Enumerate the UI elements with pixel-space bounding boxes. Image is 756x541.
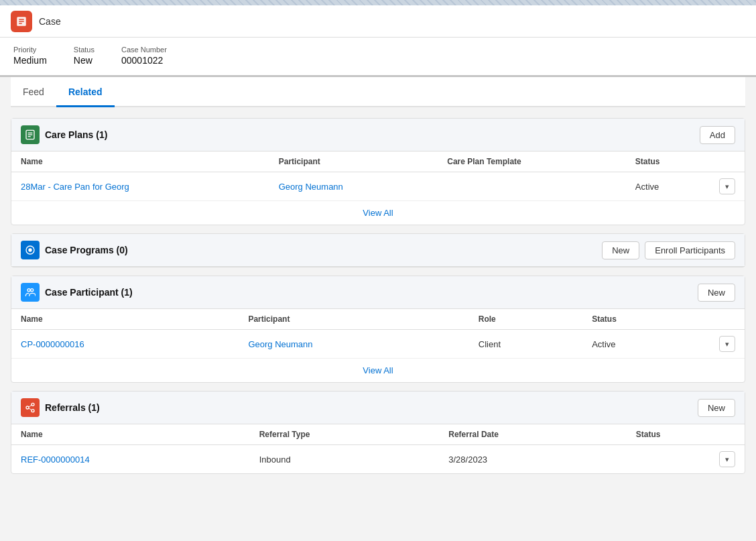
care-plan-participant-cell: Georg Neumann xyxy=(269,172,438,201)
svg-point-14 xyxy=(32,410,34,412)
cp-name-link[interactable]: CP-0000000016 xyxy=(21,339,84,349)
care-plans-header: Care Plans (1) Add xyxy=(11,119,745,152)
case-participant-header: Case Participant (1) New xyxy=(11,276,745,309)
referrals-table: Name Referral Type Referral Date Status … xyxy=(11,424,745,473)
care-plan-row-dropdown[interactable]: ▾ xyxy=(719,178,735,194)
care-plans-col-participant: Participant xyxy=(269,152,438,172)
cp-role-cell: Client xyxy=(469,330,582,359)
referrals-header: Referrals (1) New xyxy=(11,392,745,424)
table-row: REF-0000000014 Inbound 3/28/2023 ▾ xyxy=(11,445,745,474)
case-participant-view-all-link[interactable]: View All xyxy=(363,365,393,375)
ref-type-cell: Inbound xyxy=(250,445,440,474)
case-participant-section: Case Participant (1) New Name Participan… xyxy=(11,276,745,383)
case-participant-header-left: Case Participant (1) xyxy=(21,283,133,302)
cp-name-cell: CP-0000000016 xyxy=(11,330,239,359)
care-plans-view-all-row: View All xyxy=(11,200,745,225)
case-participant-title: Case Participant (1) xyxy=(45,287,133,298)
ref-name-link[interactable]: REF-0000000014 xyxy=(21,455,90,465)
svg-point-12 xyxy=(26,406,29,409)
status-value: New xyxy=(74,55,94,66)
svg-point-9 xyxy=(28,248,32,251)
referrals-actions: New xyxy=(698,399,735,417)
case-programs-section: Case Programs (0) New Enroll Participant… xyxy=(11,233,745,267)
svg-rect-3 xyxy=(19,23,22,24)
svg-line-16 xyxy=(29,408,32,410)
cp-participant-cell: Georg Neumann xyxy=(239,330,468,359)
cp-col-status: Status xyxy=(582,309,745,330)
svg-point-10 xyxy=(27,289,30,292)
care-plan-name-link[interactable]: 28Mar - Care Pan for Georg xyxy=(21,182,129,192)
case-participant-table: Name Participant Role Status CP-00000000… xyxy=(11,309,745,358)
case-number-label: Case Number xyxy=(121,46,167,54)
tab-related[interactable]: Related xyxy=(56,77,115,107)
ref-date-cell: 3/28/2023 xyxy=(439,445,627,474)
care-plans-table-header-row: Name Participant Care Plan Template Stat… xyxy=(11,152,745,172)
case-programs-actions: New Enroll Participants xyxy=(602,241,735,259)
priority-field: Priority Medium xyxy=(13,46,47,66)
referrals-section: Referrals (1) New Name Referral Type Ref… xyxy=(11,391,745,474)
referrals-icon xyxy=(21,398,40,417)
ref-col-name: Name xyxy=(11,424,250,445)
cp-participant-link[interactable]: Georg Neumann xyxy=(248,339,312,349)
referrals-table-header-row: Name Referral Type Referral Date Status xyxy=(11,424,745,445)
cp-status-value: Active xyxy=(592,339,615,349)
cp-row-dropdown[interactable]: ▾ xyxy=(719,336,735,352)
priority-label: Priority xyxy=(13,46,47,54)
care-plans-icon xyxy=(21,125,40,144)
ref-col-type: Referral Type xyxy=(250,424,440,445)
app-title: Case xyxy=(39,16,61,27)
care-plans-col-name: Name xyxy=(11,152,269,172)
care-plan-status-cell: Active ▾ xyxy=(626,172,745,201)
ref-row-dropdown[interactable]: ▾ xyxy=(719,451,735,467)
referrals-new-button[interactable]: New xyxy=(698,399,735,417)
main-content: Feed Related Care Plans (1) Add xyxy=(0,77,756,493)
table-row: CP-0000000016 Georg Neumann Client Activ… xyxy=(11,330,745,359)
ref-col-date: Referral Date xyxy=(439,424,627,445)
care-plan-participant-link[interactable]: Georg Neumann xyxy=(279,182,343,192)
care-plans-header-left: Care Plans (1) xyxy=(21,125,107,144)
svg-point-13 xyxy=(32,403,34,406)
status-field: Status New xyxy=(74,46,94,66)
tab-feed[interactable]: Feed xyxy=(11,77,56,107)
svg-line-15 xyxy=(29,405,32,407)
svg-rect-2 xyxy=(19,21,24,22)
care-plans-section: Care Plans (1) Add Name Participant Care… xyxy=(11,118,745,225)
care-plans-title: Care Plans (1) xyxy=(45,129,107,140)
app-icon xyxy=(11,11,32,32)
case-number-value: 00001022 xyxy=(121,55,167,66)
record-header: Priority Medium Status New Case Number 0… xyxy=(0,38,756,77)
cp-col-role: Role xyxy=(469,309,582,330)
case-number-field: Case Number 00001022 xyxy=(121,46,167,66)
table-row: 28Mar - Care Pan for Georg Georg Neumann… xyxy=(11,172,745,201)
ref-col-status: Status xyxy=(627,424,745,445)
case-participant-new-button[interactable]: New xyxy=(698,284,735,302)
referrals-title: Referrals (1) xyxy=(45,402,100,413)
case-programs-new-button[interactable]: New xyxy=(602,241,639,259)
top-banner xyxy=(0,0,756,5)
care-plans-col-template: Care Plan Template xyxy=(438,152,626,172)
app-header: Case xyxy=(0,5,756,38)
care-plans-view-all-link[interactable]: View All xyxy=(363,208,393,218)
case-programs-header: Case Programs (0) New Enroll Participant… xyxy=(11,234,745,267)
care-plans-add-button[interactable]: Add xyxy=(700,126,735,144)
case-programs-enroll-button[interactable]: Enroll Participants xyxy=(645,241,735,259)
status-label: Status xyxy=(74,46,94,54)
ref-name-cell: REF-0000000014 xyxy=(11,445,250,474)
case-participant-table-header-row: Name Participant Role Status xyxy=(11,309,745,330)
care-plan-name-cell: 28Mar - Care Pan for Georg xyxy=(11,172,269,201)
care-plans-actions: Add xyxy=(700,126,735,144)
tabs-bar: Feed Related xyxy=(11,77,745,107)
case-participant-actions: New xyxy=(698,284,735,302)
svg-point-11 xyxy=(31,289,34,292)
cp-col-participant: Participant xyxy=(239,309,468,330)
case-participant-icon xyxy=(21,283,40,302)
case-participant-view-all-row: View All xyxy=(11,358,745,382)
case-programs-icon xyxy=(21,241,40,259)
svg-rect-1 xyxy=(19,19,24,20)
referrals-header-left: Referrals (1) xyxy=(21,398,100,417)
care-plan-template-cell xyxy=(438,172,626,201)
cp-status-cell: Active ▾ xyxy=(582,330,745,359)
cp-col-name: Name xyxy=(11,309,239,330)
priority-value: Medium xyxy=(13,55,47,66)
case-programs-header-left: Case Programs (0) xyxy=(21,241,128,259)
